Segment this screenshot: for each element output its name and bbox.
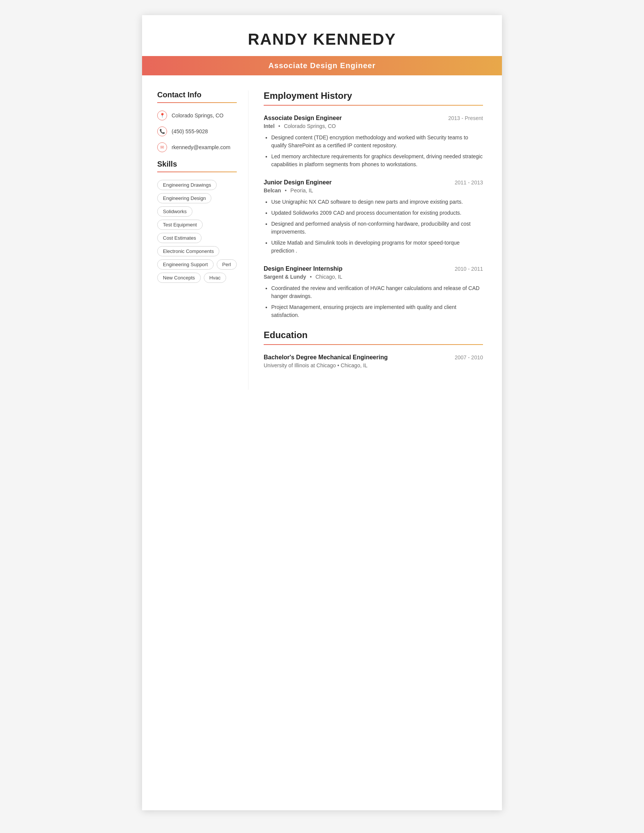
skills-section-title: Skills (157, 160, 237, 169)
skills-divider (157, 172, 237, 172)
edu-entry: Bachelor's Degree Mechanical Engineering… (264, 354, 483, 368)
skill-tag: Engineering Drawings (157, 180, 217, 190)
header-name-section: RANDY KENNEDY (142, 15, 502, 56)
job-title: Design Engineer Internship (264, 265, 343, 272)
job-bullet: Coordinated the review and verification … (271, 285, 483, 300)
skill-tag: Cost Estimates (157, 233, 201, 243)
education-container: Bachelor's Degree Mechanical Engineering… (264, 354, 483, 368)
job-header: Associate Design Engineer2013 - Present (264, 115, 483, 122)
skill-tag: Hvac (204, 273, 227, 283)
edu-header: Bachelor's Degree Mechanical Engineering… (264, 354, 483, 361)
header-title-bar: Associate Design Engineer (142, 56, 502, 76)
employment-section-title: Employment History (264, 90, 483, 101)
contact-section-title: Contact Info (157, 90, 237, 99)
contact-divider (157, 102, 237, 103)
contact-email: ✉ rkennedy@example.com (157, 142, 237, 152)
job-bullet: Use Unigraphic NX CAD software to design… (271, 198, 483, 206)
edu-school: University of Illinois at Chicago • Chic… (264, 362, 483, 368)
job-bullet: Project Management, ensuring projects ar… (271, 303, 483, 319)
skill-tag: Perl (217, 259, 237, 270)
job-bullets: Designed content (TDE) encryption method… (264, 133, 483, 169)
job-header: Junior Design Engineer2011 - 2013 (264, 179, 483, 186)
job-entry: Associate Design Engineer2013 - PresentI… (264, 115, 483, 169)
contact-location: 📍 Colorado Springs, CO (157, 111, 237, 121)
job-company: Sargent & Lundy • Chicago, IL (264, 274, 483, 280)
job-title: Junior Design Engineer (264, 179, 332, 186)
location-text: Colorado Springs, CO (172, 113, 224, 119)
job-dates: 2010 - 2011 (455, 266, 483, 272)
phone-icon: 📞 (157, 127, 167, 136)
location-icon: 📍 (157, 111, 167, 121)
job-bullet: Updated Solidworks 2009 CAD and process … (271, 209, 483, 217)
jobs-container: Associate Design Engineer2013 - PresentI… (264, 115, 483, 319)
job-bullet: Designed content (TDE) encryption method… (271, 133, 483, 150)
job-entry: Design Engineer Internship2010 - 2011Sar… (264, 265, 483, 319)
education-section-title: Education (264, 330, 483, 340)
skill-tag: Test Equipment (157, 220, 203, 230)
candidate-name: RANDY KENNEDY (142, 30, 502, 48)
resume-document: RANDY KENNEDY Associate Design Engineer … (142, 15, 502, 810)
employment-divider (264, 105, 483, 106)
job-bullet: Led memory architecture requirements for… (271, 153, 483, 169)
email-text: rkennedy@example.com (172, 144, 230, 150)
skill-tag: Solidworks (157, 206, 192, 217)
edu-dates: 2007 - 2010 (455, 354, 483, 360)
education-divider (264, 344, 483, 345)
phone-text: (450) 555-9028 (172, 129, 208, 134)
job-company: Intel • Colorado Springs, CO (264, 123, 483, 129)
sidebar: Contact Info 📍 Colorado Springs, CO 📞 (4… (142, 90, 248, 390)
skill-tag: Engineering Support (157, 259, 214, 270)
job-entry: Junior Design Engineer2011 - 2013Belcan … (264, 179, 483, 255)
job-dates: 2013 - Present (448, 115, 483, 121)
candidate-title: Associate Design Engineer (269, 61, 376, 70)
edu-degree: Bachelor's Degree Mechanical Engineering (264, 354, 388, 361)
body-content: Contact Info 📍 Colorado Springs, CO 📞 (4… (142, 76, 502, 390)
skill-tag: New Concepts (157, 273, 201, 283)
job-title: Associate Design Engineer (264, 115, 342, 122)
job-bullet: Utilize Matlab and Simulink tools in dev… (271, 239, 483, 255)
job-bullet: Designed and performed analysis of non-c… (271, 220, 483, 236)
skill-tag: Engineering Design (157, 193, 211, 203)
job-bullets: Coordinated the review and verification … (264, 285, 483, 319)
skill-tag: Electronic Components (157, 246, 219, 256)
job-company: Belcan • Peoria, IL (264, 187, 483, 193)
email-icon: ✉ (157, 142, 167, 152)
job-dates: 2011 - 2013 (455, 180, 483, 185)
skills-container: Engineering DrawingsEngineering DesignSo… (157, 180, 237, 283)
job-header: Design Engineer Internship2010 - 2011 (264, 265, 483, 272)
contact-phone: 📞 (450) 555-9028 (157, 127, 237, 136)
main-content: Employment History Associate Design Engi… (248, 90, 502, 390)
job-bullets: Use Unigraphic NX CAD software to design… (264, 198, 483, 255)
